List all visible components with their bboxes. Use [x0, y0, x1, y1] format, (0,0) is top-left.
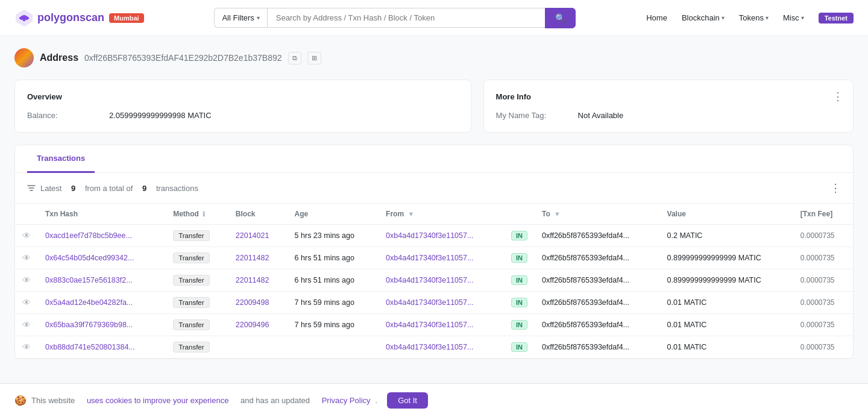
method-badge: Transfer	[173, 297, 209, 308]
direction-badge: IN	[511, 320, 527, 330]
direction-badge: IN	[511, 298, 527, 307]
nav-misc[interactable]: Misc ▾	[783, 13, 804, 22]
fee-text: 0.0000735	[800, 276, 835, 284]
table-body: 👁 0xacd1eef7d78bc5b9ee... Transfer 22014…	[15, 225, 853, 359]
from-link[interactable]: 0xb4a4d17340f3e11057...	[386, 276, 473, 284]
fee-text: 0.0000735	[800, 231, 835, 240]
col-value: Value	[660, 204, 793, 225]
fee-text: 0.0000735	[800, 321, 835, 329]
txn-info-text: Latest 9 from a total of 9 transactions	[27, 184, 198, 193]
from-link[interactable]: 0xb4a4d17340f3e11057...	[386, 254, 473, 262]
table-row: 👁 0x883c0ae157e56183f2... Transfer 22011…	[15, 269, 853, 292]
row-eye-icon[interactable]: 👁	[22, 253, 31, 263]
to-address: 0xff26b5f8765393efdaf4...	[542, 321, 629, 329]
transactions-table: Txn Hash Method ℹ Block Age	[15, 204, 853, 359]
row-eye-icon[interactable]: 👁	[22, 342, 31, 352]
value-text: 0.899999999999999 MATIC	[667, 254, 761, 262]
col-txn-hash: Txn Hash	[38, 204, 166, 225]
value-text: 0.01 MATIC	[667, 343, 707, 351]
method-badge: Transfer	[173, 275, 209, 286]
address-hash: 0xff26B5F8765393EfdAF41E292b2D7B2e1b37B8…	[84, 53, 281, 63]
search-input[interactable]	[267, 8, 546, 28]
block-link[interactable]: 22011482	[236, 276, 269, 284]
age-text: 5 hrs 23 mins ago	[295, 231, 354, 240]
nav-blockchain[interactable]: Blockchain ▾	[682, 13, 725, 22]
qr-button[interactable]: ⊞	[307, 52, 321, 64]
age-text: 6 hrs 51 mins ago	[295, 254, 354, 262]
row-eye-icon[interactable]: 👁	[22, 320, 31, 330]
from-link[interactable]: 0xb4a4d17340f3e11057...	[386, 298, 473, 307]
table-row: 👁 0xacd1eef7d78bc5b9ee... Transfer 22014…	[15, 225, 853, 247]
table-header: Txn Hash Method ℹ Block Age	[15, 204, 853, 225]
txn-hash-link[interactable]: 0x5a4ad12e4be04282fa...	[45, 298, 133, 307]
name-tag-label: My Name Tag:	[496, 111, 568, 120]
fee-text: 0.0000735	[800, 254, 835, 262]
col-from: From ▼	[379, 204, 504, 225]
value-text: 0.01 MATIC	[667, 298, 707, 307]
page-content: Address 0xff26B5F8765393EfdAF41E292b2D7B…	[0, 36, 868, 371]
transactions-table-wrap: Txn Hash Method ℹ Block Age	[15, 204, 853, 359]
logo-area: polygonscan Mumbai	[14, 10, 144, 27]
txn-hash-link[interactable]: 0x883c0ae157e56183f2...	[45, 276, 133, 284]
tabs-row: Transactions	[15, 145, 853, 173]
chevron-misc-icon: ▾	[801, 14, 804, 21]
nav-home[interactable]: Home	[646, 13, 667, 22]
from-filter-icon[interactable]: ▼	[407, 210, 414, 218]
logo[interactable]: polygonscan	[14, 10, 104, 27]
value-text: 0.2 MATIC	[667, 231, 703, 240]
txn-hash-link[interactable]: 0xacd1eef7d78bc5b9ee...	[45, 231, 132, 240]
age-text: 7 hrs 59 mins ago	[295, 298, 354, 307]
txn-menu-button[interactable]: ⋮	[830, 181, 841, 195]
more-info-menu-button[interactable]: ⋮	[832, 90, 843, 103]
row-eye-icon[interactable]: 👁	[22, 231, 31, 240]
txn-hash-link[interactable]: 0xb88dd741e520801384...	[45, 343, 135, 351]
method-badge: Transfer	[173, 342, 209, 353]
row-eye-icon[interactable]: 👁	[22, 298, 31, 307]
filter-dropdown[interactable]: All Filters ▾	[214, 8, 266, 28]
copy-address-button[interactable]: ⧉	[288, 52, 301, 64]
to-address: 0xff26b5f8765393efdaf4...	[542, 276, 629, 284]
value-text: 0.899999999999999 MATIC	[667, 276, 761, 284]
more-info-card: More Info My Name Tag: Not Available ⋮	[483, 80, 854, 133]
from-link[interactable]: 0xb4a4d17340f3e11057...	[386, 321, 473, 329]
logo-text: polygonscan	[37, 11, 104, 24]
address-avatar	[14, 48, 34, 67]
to-address: 0xff26b5f8765393efdaf4...	[542, 254, 629, 262]
block-link[interactable]: 22009496	[236, 321, 269, 329]
fee-text: 0.0000735	[800, 298, 835, 307]
nav-area: Home Blockchain ▾ Tokens ▾ Misc ▾ Testne…	[646, 13, 854, 24]
table-row: 👁 0x65baa39f7679369b98... Transfer 22009…	[15, 314, 853, 336]
col-block: Block	[228, 204, 288, 225]
header: polygonscan Mumbai All Filters ▾ 🔍 Home …	[0, 0, 868, 36]
to-address: 0xff26b5f8765393efdaf4...	[542, 343, 629, 351]
from-link[interactable]: 0xb4a4d17340f3e11057...	[386, 231, 473, 240]
txn-hash-link[interactable]: 0x65baa39f7679369b98...	[45, 321, 133, 329]
to-filter-icon[interactable]: ▼	[554, 210, 561, 218]
chevron-blockchain-icon: ▾	[722, 14, 725, 21]
direction-badge: IN	[511, 275, 527, 285]
block-link[interactable]: 22009498	[236, 298, 269, 307]
block-link[interactable]: 22014021	[236, 231, 269, 240]
tab-transactions[interactable]: Transactions	[27, 145, 95, 173]
address-header: Address 0xff26B5F8765393EfdAF41E292b2D7B…	[14, 48, 854, 67]
method-badge: Transfer	[173, 319, 209, 330]
col-to: To ▼	[535, 204, 660, 225]
from-link[interactable]: 0xb4a4d17340f3e11057...	[386, 343, 473, 351]
col-age: Age	[288, 204, 379, 225]
filter-lines-icon	[27, 184, 36, 192]
to-address: 0xff26b5f8765393efdaf4...	[542, 298, 629, 307]
txn-info-bar: Latest 9 from a total of 9 transactions …	[15, 173, 853, 204]
search-button[interactable]: 🔍	[545, 8, 576, 28]
value-text: 0.01 MATIC	[667, 321, 707, 329]
nav-tokens[interactable]: Tokens ▾	[739, 13, 769, 22]
txn-hash-link[interactable]: 0x64c54b05d4ced99342...	[45, 254, 134, 262]
method-badge: Transfer	[173, 252, 209, 263]
overview-card: Overview Balance: 2.0599999999999998 MAT…	[14, 80, 471, 133]
network-badge: Mumbai	[109, 13, 144, 23]
chevron-tokens-icon: ▾	[766, 14, 769, 21]
block-link[interactable]: 22011482	[236, 254, 269, 262]
name-tag-row: My Name Tag: Not Available	[496, 111, 841, 120]
row-eye-icon[interactable]: 👁	[22, 275, 31, 285]
more-info-title: More Info	[496, 92, 841, 101]
overview-title: Overview	[27, 92, 459, 101]
